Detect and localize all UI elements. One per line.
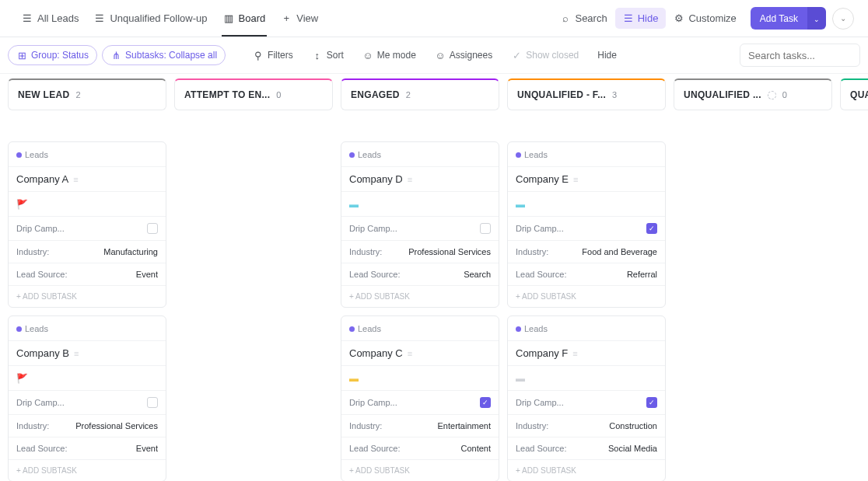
plus-icon: + xyxy=(281,13,292,24)
card-title[interactable]: Company E≡ xyxy=(516,173,657,185)
task-card[interactable]: LeadsCompany B≡🚩Drip Camp...Industry:Pro… xyxy=(8,315,166,481)
drip-checkbox[interactable] xyxy=(147,223,158,234)
filters-button[interactable]: ⚲Filters xyxy=(246,47,300,64)
add-view[interactable]: +View xyxy=(273,0,326,37)
source-label: Lead Source: xyxy=(516,270,566,279)
top-bar: ☰All Leads ☰Unqualified Follow-up ▥Board… xyxy=(0,0,868,37)
add-subtask-button[interactable]: + ADD SUBTASK xyxy=(508,460,665,481)
source-label: Lead Source: xyxy=(16,270,67,279)
add-subtask-button[interactable]: + ADD SUBTASK xyxy=(9,460,166,481)
industry-label: Industry: xyxy=(516,421,548,430)
more-button[interactable]: ⌄ xyxy=(832,8,854,30)
source-value: Search xyxy=(464,270,491,279)
chevron-down-icon: ⌄ xyxy=(814,16,820,23)
column-header[interactable]: QUALIF xyxy=(840,78,868,110)
assignees-button[interactable]: ☺Assignees xyxy=(428,47,499,64)
priority-flag[interactable]: ▬ xyxy=(349,373,359,384)
task-card[interactable]: LeadsCompany E≡▬Drip Camp...✓Industry:Fo… xyxy=(507,141,666,308)
description-icon: ≡ xyxy=(408,175,412,184)
board: NEW LEAD2LeadsCompany A≡🚩Drip Camp...Ind… xyxy=(0,74,868,481)
description-icon: ≡ xyxy=(408,349,412,358)
view-board[interactable]: ▥Board xyxy=(215,0,274,37)
column-title: ATTEMPT TO EN... xyxy=(184,89,270,100)
column-title: UNQUALIFIED ... xyxy=(684,89,761,100)
card-title[interactable]: Company B≡ xyxy=(16,347,158,359)
show-closed-button[interactable]: ✓Show closed xyxy=(504,47,586,64)
drip-label: Drip Camp... xyxy=(349,398,397,407)
hide-tool-button[interactable]: Hide xyxy=(590,47,624,64)
customize-button[interactable]: ⚙Customize xyxy=(666,8,744,29)
priority-flag[interactable]: ▬ xyxy=(516,199,525,210)
description-icon: ≡ xyxy=(572,349,577,358)
search-button[interactable]: ⌕Search xyxy=(552,8,614,29)
group-icon: ⊞ xyxy=(16,50,27,61)
column-title: ENGAGED xyxy=(351,89,400,100)
priority-flag[interactable]: ▬ xyxy=(516,373,525,384)
task-card[interactable]: LeadsCompany C≡▬Drip Camp...✓Industry:En… xyxy=(341,315,499,481)
subtasks-pill[interactable]: ⋔Subtasks: Collapse all xyxy=(102,45,226,65)
group-pill[interactable]: ⊞Group: Status xyxy=(8,45,97,65)
source-label: Lead Source: xyxy=(349,444,400,453)
add-subtask-button[interactable]: + ADD SUBTASK xyxy=(341,460,499,481)
industry-value: Entertainment xyxy=(438,421,491,430)
priority-flag[interactable]: 🚩 xyxy=(16,199,28,210)
column-count: 0 xyxy=(276,90,281,99)
source-value: Social Media xyxy=(608,444,657,453)
card-title[interactable]: Company A≡ xyxy=(16,173,158,185)
chevron-down-icon: ⌄ xyxy=(840,14,846,23)
industry-label: Industry: xyxy=(349,421,382,430)
drip-checkbox[interactable] xyxy=(480,223,491,234)
sort-icon: ↕ xyxy=(312,50,323,61)
priority-flag[interactable]: ▬ xyxy=(349,199,359,210)
leads-tag: Leads xyxy=(25,150,48,159)
hide-button[interactable]: ☰Hide xyxy=(615,8,667,29)
industry-label: Industry: xyxy=(349,247,382,256)
source-value: Event xyxy=(136,444,158,453)
card-title[interactable]: Company D≡ xyxy=(349,173,491,185)
add-subtask-button[interactable]: + ADD SUBTASK xyxy=(341,286,499,307)
filter-icon: ⚲ xyxy=(253,50,264,61)
drip-checkbox[interactable]: ✓ xyxy=(646,223,657,234)
sort-button[interactable]: ↕Sort xyxy=(305,47,351,64)
source-label: Lead Source: xyxy=(16,444,67,453)
source-value: Referral xyxy=(627,270,657,279)
task-card[interactable]: LeadsCompany F≡▬Drip Camp...✓Industry:Co… xyxy=(507,315,666,481)
source-value: Event xyxy=(136,270,158,279)
search-input[interactable] xyxy=(740,44,860,67)
column-header[interactable]: UNQUALIFIED - F...3 xyxy=(507,78,666,110)
view-unqualified[interactable]: ☰Unqualified Follow-up xyxy=(86,0,215,37)
add-subtask-button[interactable]: + ADD SUBTASK xyxy=(9,286,166,307)
leads-tag: Leads xyxy=(358,150,381,159)
view-all-leads[interactable]: ☰All Leads xyxy=(14,0,86,37)
industry-value: Food and Beverage xyxy=(582,247,657,256)
search-icon: ⌕ xyxy=(560,13,571,24)
industry-value: Professional Services xyxy=(408,247,491,256)
drip-checkbox[interactable]: ✓ xyxy=(480,397,491,408)
me-mode-button[interactable]: ☺Me mode xyxy=(355,47,423,64)
card-title[interactable]: Company F≡ xyxy=(516,347,657,359)
people-icon: ☺ xyxy=(435,50,446,61)
column-header[interactable]: ATTEMPT TO EN...0 xyxy=(174,78,333,110)
industry-label: Industry: xyxy=(16,247,49,256)
leads-tag: Leads xyxy=(358,324,381,333)
leads-tag: Leads xyxy=(524,150,548,159)
task-card[interactable]: LeadsCompany D≡▬Drip Camp...Industry:Pro… xyxy=(341,141,499,308)
add-task-button[interactable]: Add Task xyxy=(751,7,807,30)
priority-flag[interactable]: 🚩 xyxy=(16,373,28,384)
description-icon: ≡ xyxy=(73,175,78,184)
column-header[interactable]: UNQUALIFIED ...0 xyxy=(674,78,832,110)
check-icon: ✓ xyxy=(511,50,522,61)
source-label: Lead Source: xyxy=(516,444,566,453)
drip-checkbox[interactable]: ✓ xyxy=(646,397,657,408)
drip-checkbox[interactable] xyxy=(147,397,158,408)
card-title[interactable]: Company C≡ xyxy=(349,347,491,359)
add-subtask-button[interactable]: + ADD SUBTASK xyxy=(508,286,665,307)
column-count: 0 xyxy=(782,90,787,99)
drip-label: Drip Camp... xyxy=(516,398,564,407)
column-header[interactable]: NEW LEAD2 xyxy=(8,78,166,110)
column-header[interactable]: ENGAGED2 xyxy=(341,78,499,110)
task-card[interactable]: LeadsCompany A≡🚩Drip Camp...Industry:Man… xyxy=(8,141,166,308)
add-task-dropdown[interactable]: ⌄ xyxy=(807,7,826,30)
leads-tag: Leads xyxy=(25,324,48,333)
industry-value: Professional Services xyxy=(75,421,158,430)
